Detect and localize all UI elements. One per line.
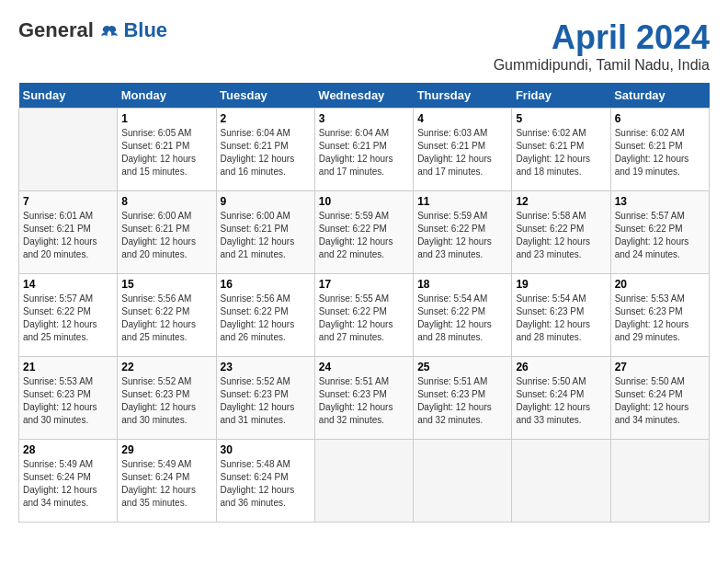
day-number: 21 bbox=[23, 361, 113, 373]
day-info: Sunrise: 6:00 AMSunset: 6:21 PMDaylight:… bbox=[121, 210, 211, 261]
day-info: Sunrise: 5:57 AMSunset: 6:22 PMDaylight:… bbox=[615, 210, 705, 261]
calendar-cell: 22Sunrise: 5:52 AMSunset: 6:23 PMDayligh… bbox=[118, 357, 216, 440]
day-info: Sunrise: 5:53 AMSunset: 6:23 PMDaylight:… bbox=[23, 375, 113, 427]
day-info: Sunrise: 5:55 AMSunset: 6:22 PMDaylight:… bbox=[319, 293, 409, 344]
calendar-cell: 28Sunrise: 5:49 AMSunset: 6:24 PMDayligh… bbox=[19, 440, 118, 523]
calendar-cell: 5Sunrise: 6:02 AMSunset: 6:21 PMDaylight… bbox=[512, 109, 610, 191]
calendar-cell bbox=[414, 440, 512, 523]
calendar-cell: 10Sunrise: 5:59 AMSunset: 6:22 PMDayligh… bbox=[314, 191, 413, 274]
calendar-cell: 23Sunrise: 5:52 AMSunset: 6:23 PMDayligh… bbox=[216, 357, 314, 440]
calendar-header-tuesday: Tuesday bbox=[216, 83, 314, 109]
calendar-cell: 11Sunrise: 5:59 AMSunset: 6:22 PMDayligh… bbox=[414, 191, 512, 274]
day-info: Sunrise: 6:04 AMSunset: 6:21 PMDaylight:… bbox=[319, 127, 409, 178]
logo-general: General bbox=[18, 18, 94, 41]
day-info: Sunrise: 5:50 AMSunset: 6:24 PMDaylight:… bbox=[615, 375, 705, 427]
day-number: 23 bbox=[221, 361, 311, 373]
page-header: General Blue April 2024 Gummidipundi, Ta… bbox=[18, 18, 710, 74]
day-info: Sunrise: 5:56 AMSunset: 6:22 PMDaylight:… bbox=[221, 293, 311, 344]
calendar-cell: 25Sunrise: 5:51 AMSunset: 6:23 PMDayligh… bbox=[414, 357, 512, 440]
calendar-cell: 20Sunrise: 5:53 AMSunset: 6:23 PMDayligh… bbox=[610, 274, 709, 357]
day-info: Sunrise: 6:00 AMSunset: 6:21 PMDaylight:… bbox=[221, 210, 311, 261]
logo: General Blue bbox=[18, 18, 167, 43]
calendar-cell: 8Sunrise: 6:00 AMSunset: 6:21 PMDaylight… bbox=[118, 191, 216, 274]
calendar-week-1: 1Sunrise: 6:05 AMSunset: 6:21 PMDaylight… bbox=[19, 109, 710, 191]
calendar-cell: 3Sunrise: 6:04 AMSunset: 6:21 PMDaylight… bbox=[314, 109, 413, 191]
calendar-header-saturday: Saturday bbox=[610, 83, 709, 109]
day-info: Sunrise: 5:54 AMSunset: 6:23 PMDaylight:… bbox=[516, 293, 606, 344]
day-info: Sunrise: 5:49 AMSunset: 6:24 PMDaylight:… bbox=[23, 458, 113, 510]
calendar-cell: 4Sunrise: 6:03 AMSunset: 6:21 PMDaylight… bbox=[414, 109, 512, 191]
day-number: 30 bbox=[221, 443, 311, 456]
month-title: April 2024 bbox=[494, 18, 710, 57]
calendar-cell: 9Sunrise: 6:00 AMSunset: 6:21 PMDaylight… bbox=[216, 191, 314, 274]
day-number: 18 bbox=[417, 278, 507, 291]
calendar-table: SundayMondayTuesdayWednesdayThursdayFrid… bbox=[18, 83, 710, 523]
day-number: 17 bbox=[319, 278, 409, 291]
calendar-cell: 26Sunrise: 5:50 AMSunset: 6:24 PMDayligh… bbox=[512, 357, 610, 440]
logo-blue: Blue bbox=[123, 18, 167, 42]
day-info: Sunrise: 5:57 AMSunset: 6:22 PMDaylight:… bbox=[23, 293, 113, 344]
day-info: Sunrise: 5:59 AMSunset: 6:22 PMDaylight:… bbox=[319, 210, 409, 261]
calendar-cell: 6Sunrise: 6:02 AMSunset: 6:21 PMDaylight… bbox=[610, 109, 709, 191]
day-number: 20 bbox=[615, 278, 705, 291]
day-number: 10 bbox=[319, 195, 409, 208]
calendar-week-3: 14Sunrise: 5:57 AMSunset: 6:22 PMDayligh… bbox=[19, 274, 710, 357]
day-info: Sunrise: 5:58 AMSunset: 6:22 PMDaylight:… bbox=[516, 210, 606, 261]
day-info: Sunrise: 5:53 AMSunset: 6:23 PMDaylight:… bbox=[615, 293, 705, 344]
day-number: 29 bbox=[121, 443, 211, 456]
day-number: 26 bbox=[516, 361, 606, 373]
day-number: 7 bbox=[23, 195, 113, 208]
calendar-cell: 13Sunrise: 5:57 AMSunset: 6:22 PMDayligh… bbox=[610, 191, 709, 274]
day-info: Sunrise: 6:05 AMSunset: 6:21 PMDaylight:… bbox=[121, 127, 211, 178]
calendar-week-5: 28Sunrise: 5:49 AMSunset: 6:24 PMDayligh… bbox=[19, 440, 710, 523]
day-info: Sunrise: 6:04 AMSunset: 6:21 PMDaylight:… bbox=[221, 127, 311, 178]
calendar-cell bbox=[512, 440, 610, 523]
calendar-cell bbox=[610, 440, 709, 523]
day-number: 9 bbox=[221, 195, 311, 208]
calendar-cell: 2Sunrise: 6:04 AMSunset: 6:21 PMDaylight… bbox=[216, 109, 314, 191]
calendar-cell: 24Sunrise: 5:51 AMSunset: 6:23 PMDayligh… bbox=[314, 357, 413, 440]
day-number: 24 bbox=[319, 361, 409, 373]
day-number: 13 bbox=[615, 195, 705, 208]
bird-icon bbox=[99, 23, 119, 43]
day-number: 25 bbox=[417, 361, 507, 373]
day-info: Sunrise: 5:51 AMSunset: 6:23 PMDaylight:… bbox=[319, 375, 409, 427]
day-number: 5 bbox=[516, 112, 606, 125]
day-info: Sunrise: 6:03 AMSunset: 6:21 PMDaylight:… bbox=[417, 127, 507, 178]
calendar-cell: 27Sunrise: 5:50 AMSunset: 6:24 PMDayligh… bbox=[610, 357, 709, 440]
calendar-header-sunday: Sunday bbox=[19, 83, 118, 109]
calendar-cell: 7Sunrise: 6:01 AMSunset: 6:21 PMDaylight… bbox=[19, 191, 118, 274]
calendar-cell: 17Sunrise: 5:55 AMSunset: 6:22 PMDayligh… bbox=[314, 274, 413, 357]
calendar-cell bbox=[314, 440, 413, 523]
calendar-cell bbox=[19, 109, 118, 191]
calendar-header-wednesday: Wednesday bbox=[314, 83, 413, 109]
day-info: Sunrise: 5:52 AMSunset: 6:23 PMDaylight:… bbox=[221, 375, 311, 427]
day-info: Sunrise: 5:48 AMSunset: 6:24 PMDaylight:… bbox=[221, 458, 311, 510]
day-number: 3 bbox=[319, 112, 409, 125]
day-number: 1 bbox=[121, 112, 211, 125]
calendar-cell: 30Sunrise: 5:48 AMSunset: 6:24 PMDayligh… bbox=[216, 440, 314, 523]
day-info: Sunrise: 6:01 AMSunset: 6:21 PMDaylight:… bbox=[23, 210, 113, 261]
day-info: Sunrise: 6:02 AMSunset: 6:21 PMDaylight:… bbox=[615, 127, 705, 178]
day-number: 19 bbox=[516, 278, 606, 291]
day-info: Sunrise: 6:02 AMSunset: 6:21 PMDaylight:… bbox=[516, 127, 606, 178]
calendar-cell: 14Sunrise: 5:57 AMSunset: 6:22 PMDayligh… bbox=[19, 274, 118, 357]
calendar-header-friday: Friday bbox=[512, 83, 610, 109]
day-number: 22 bbox=[121, 361, 211, 373]
day-info: Sunrise: 5:50 AMSunset: 6:24 PMDaylight:… bbox=[516, 375, 606, 427]
location: Gummidipundi, Tamil Nadu, India bbox=[494, 57, 710, 74]
calendar-cell: 1Sunrise: 6:05 AMSunset: 6:21 PMDaylight… bbox=[118, 109, 216, 191]
calendar-cell: 15Sunrise: 5:56 AMSunset: 6:22 PMDayligh… bbox=[118, 274, 216, 357]
calendar-header-thursday: Thursday bbox=[414, 83, 512, 109]
day-number: 6 bbox=[615, 112, 705, 125]
calendar-header-row: SundayMondayTuesdayWednesdayThursdayFrid… bbox=[19, 83, 710, 109]
day-info: Sunrise: 5:54 AMSunset: 6:22 PMDaylight:… bbox=[417, 293, 507, 344]
calendar-cell: 21Sunrise: 5:53 AMSunset: 6:23 PMDayligh… bbox=[19, 357, 118, 440]
day-info: Sunrise: 5:59 AMSunset: 6:22 PMDaylight:… bbox=[417, 210, 507, 261]
day-info: Sunrise: 5:49 AMSunset: 6:24 PMDaylight:… bbox=[121, 458, 211, 510]
day-info: Sunrise: 5:56 AMSunset: 6:22 PMDaylight:… bbox=[121, 293, 211, 344]
calendar-cell: 29Sunrise: 5:49 AMSunset: 6:24 PMDayligh… bbox=[118, 440, 216, 523]
calendar-cell: 19Sunrise: 5:54 AMSunset: 6:23 PMDayligh… bbox=[512, 274, 610, 357]
title-section: April 2024 Gummidipundi, Tamil Nadu, Ind… bbox=[494, 18, 710, 74]
day-number: 11 bbox=[417, 195, 507, 208]
